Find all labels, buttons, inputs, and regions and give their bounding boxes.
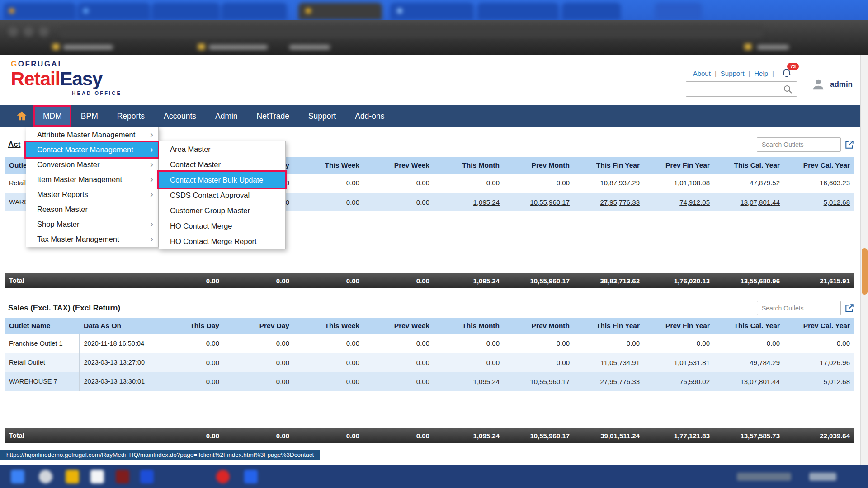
forward-button-blur[interactable] [24,27,33,37]
browser-tab-strip [0,0,868,20]
menu-item-contact-master-management[interactable]: Contact Master Management› [26,142,158,157]
taskbar-icon-blur[interactable] [39,470,52,483]
open-in-new-icon[interactable] [844,140,854,150]
value-cell[interactable]: 10,87,937.29 [574,174,644,192]
taskbar-icon-blur[interactable] [90,470,104,483]
value-cell[interactable]: 16,603.23 [784,174,854,192]
reload-button-blur[interactable] [39,27,49,37]
outlet-name-cell: WAREHOUSE 7 [5,372,79,391]
product-suffix: HEAD OFFICE [11,90,122,96]
tab-favicon [397,8,402,14]
menu-item-master-reports[interactable]: Master Reports› [26,187,158,202]
outlet-name-cell: Total [5,273,79,288]
blurred-address-layer [0,20,868,55]
value-cell: 38,83,713.62 [574,273,644,288]
menu-item-label: Reason Master [37,205,88,214]
nav-item-accounts[interactable]: Accounts [154,105,206,127]
blurred-browser-tab[interactable] [655,3,702,20]
value-cell: 0.00 [434,174,504,192]
value-cell: 10,55,960.17 [504,428,574,443]
header-search-input[interactable] [686,82,797,96]
user-menu[interactable]: admin [811,77,853,92]
menu-item-item-master-management[interactable]: Item Master Management› [26,172,158,187]
submenu-item-csds-contact-approval[interactable]: CSDS Contact Approval [159,188,285,203]
value-cell[interactable]: 47,879.52 [714,174,784,192]
submenu-item-ho-contact-merge[interactable]: HO Contact Merge [159,218,285,234]
nav-item-reports[interactable]: Reports [108,105,154,127]
value-cell: 0.00 [364,428,434,443]
windows-taskbar [0,465,868,488]
menu-item-shop-master[interactable]: Shop Master› [26,217,158,232]
value-cell[interactable]: 5,012.68 [784,192,854,211]
taskbar-icon-blur[interactable] [244,470,258,483]
home-icon [15,110,28,122]
product-name-easy: Easy [60,68,102,89]
scrollbar-thumb[interactable] [862,248,868,295]
taskbar-icon-blur[interactable] [66,470,79,483]
blurred-browser-tab[interactable] [78,3,150,20]
search-outlets-input[interactable] [757,301,841,315]
nav-item-bpm[interactable]: BPM [71,105,108,127]
notifications-button[interactable]: 73 [781,68,792,79]
menu-item-tax-master-management[interactable]: Tax Master Management› [26,232,158,247]
value-cell: 13,57,585.73 [714,428,784,443]
value-cell: 0.00 [714,334,784,353]
mdm-dropdown-menu: Attribute Master Management› Contact Mas… [26,127,159,247]
table-row: Franchise Outlet 12020-11-18 16:50:040.0… [5,334,854,353]
chevron-right-icon: › [150,174,153,183]
outlet-name-cell: Franchise Outlet 1 [5,334,79,353]
blurred-browser-tab[interactable] [4,3,76,20]
open-in-new-icon[interactable] [844,303,854,313]
submenu-item-ho-contact-merge-report[interactable]: HO Contact Merge Report [159,234,285,249]
nav-item-mdm[interactable]: MDM [33,105,71,127]
value-cell[interactable]: 13,07,801.44 [714,192,784,211]
taskbar-icon-blur[interactable] [216,470,230,483]
value-cell: 10,55,960.17 [504,372,574,391]
taskbar-icon-blur[interactable] [140,470,154,483]
column-header-this-month: This Month [434,157,504,174]
value-cell[interactable]: 1,01,108.08 [644,174,714,192]
about-link[interactable]: About [693,70,711,77]
value-cell[interactable]: 74,912.05 [644,192,714,211]
brand-name: GOFRUGAL [11,60,122,69]
blurred-browser-tab[interactable] [390,3,474,20]
menu-item-attribute-master-management[interactable]: Attribute Master Management› [26,127,158,142]
brand-logo: GOFRUGAL RetailEasy HEAD OFFICE [11,60,122,96]
outlet-name-cell: Total [5,428,79,443]
start-button-blur[interactable] [11,470,24,483]
blurred-browser-tab[interactable] [152,3,220,20]
submenu-item-area-master[interactable]: Area Master [159,141,285,157]
column-header-this-cal-year: This Cal. Year [714,318,784,334]
value-cell[interactable]: 27,95,776.33 [574,192,644,211]
back-button-blur[interactable] [8,27,18,37]
value-cell[interactable]: 10,55,960.17 [504,192,574,211]
help-link[interactable]: Help [754,70,768,77]
browser-scrollbar[interactable] [860,55,868,465]
value-cell: 0.00 [504,334,574,353]
blurred-browser-tab[interactable] [562,3,621,20]
nav-item-admin[interactable]: Admin [206,105,247,127]
taskbar-icon-blur[interactable] [116,470,129,483]
data-as-on-cell [79,428,154,443]
header-links: About | Support | Help | 73 [693,68,792,79]
address-bar-blur[interactable] [59,26,764,38]
menu-item-reason-master[interactable]: Reason Master [26,202,158,217]
search-icon[interactable] [783,84,793,94]
submenu-item-contact-master[interactable]: Contact Master [159,157,285,172]
menu-item-conversion-master[interactable]: Conversion Master› [26,157,158,172]
nav-home-button[interactable] [10,105,33,127]
screen: { "theme": { "navbar_bg": "#2c4a74", "na… [0,0,868,488]
search-outlets-input[interactable] [757,137,841,152]
blurred-browser-tab[interactable] [222,3,287,20]
nav-item-nettrade[interactable]: NetTrade [247,105,299,127]
dashboard-widget-sales: Sales (Excl. TAX) (Excl Return) Outlet N… [5,299,854,448]
nav-item-support[interactable]: Support [299,105,345,127]
submenu-item-contact-master-bulk-update[interactable]: Contact Master Bulk Update [159,172,285,188]
blurred-browser-tab[interactable] [477,3,559,20]
value-cell[interactable]: 1,095.24 [434,192,504,211]
nav-item-addons[interactable]: Add-ons [345,105,394,127]
table-row: Total0.000.000.000.001,095.2410,55,960.1… [5,273,854,288]
value-cell: 5,012.68 [784,372,854,391]
support-link[interactable]: Support [721,70,745,77]
submenu-item-customer-group-master[interactable]: Customer Group Master [159,203,285,218]
